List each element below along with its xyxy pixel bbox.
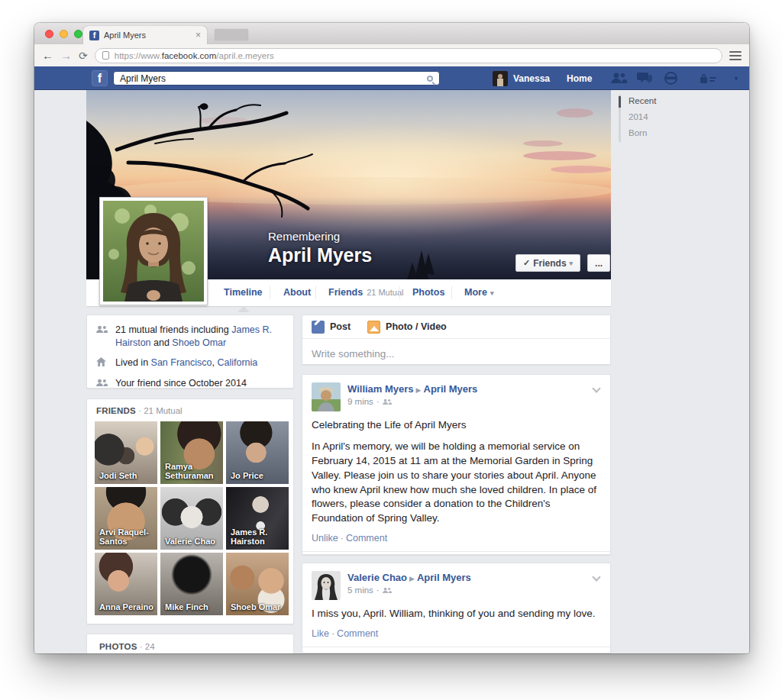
likes-text: William Myers likes this. <box>328 653 430 653</box>
facebook-page: Remembering April Myers ✓ Friends ▾ ... <box>34 90 749 653</box>
city-link[interactable]: San Francisco <box>151 357 212 368</box>
friend-tile[interactable]: Jodi Seth <box>95 421 157 484</box>
friend-tile[interactable]: Mike Finch <box>160 553 223 615</box>
unlike-link[interactable]: Unlike <box>312 533 338 544</box>
post-target-link[interactable]: April Myers <box>417 572 471 583</box>
lived-in-text: Lived in San Francisco, California <box>115 356 257 370</box>
avatar[interactable] <box>493 71 508 86</box>
post-time-text[interactable]: 9 mins <box>347 397 373 406</box>
tab-timeline[interactable]: Timeline <box>224 279 262 306</box>
likes-row: You, Valerie Chao and Devanshi Mehta Bha… <box>302 551 610 555</box>
privacy-shortcuts-icon[interactable] <box>700 73 717 84</box>
avatar[interactable] <box>312 382 341 411</box>
post-actions: Like·Comment <box>302 621 610 647</box>
minimize-window-button[interactable] <box>60 30 68 38</box>
address-bar[interactable]: https://www.facebook.com/april.e.meyers <box>95 48 722 63</box>
separator: · <box>140 642 143 651</box>
friend-tile[interactable]: Valerie Chao <box>160 487 223 550</box>
composer-input[interactable]: Write something... <box>302 339 610 369</box>
tab-about[interactable]: About <box>283 279 311 306</box>
post-byline: William Myers▶April Myers <box>347 382 477 395</box>
profile-name: April Myers <box>268 244 372 266</box>
likes-row: William Myers likes this. <box>302 647 610 653</box>
photos-box: PHOTOS · 24 <box>86 634 294 653</box>
photos-box-header[interactable]: PHOTOS · 24 <box>96 642 284 653</box>
comment-link[interactable]: Comment <box>337 628 378 639</box>
nav-born[interactable]: Born <box>629 128 647 137</box>
account-menu-caret-icon[interactable]: ▾ <box>734 74 738 82</box>
separator: · <box>138 406 141 415</box>
post-target-link[interactable]: April Myers <box>424 383 478 395</box>
friend-tile[interactable]: Arvi Raquel-Santos <box>95 487 157 550</box>
window-controls <box>45 30 82 38</box>
profile-link[interactable]: Vanessa <box>513 73 550 84</box>
mutual-friend-link[interactable]: Shoeb Omar <box>172 337 226 348</box>
post-time-text[interactable]: 5 mins <box>347 585 373 595</box>
dot: · <box>376 397 380 406</box>
photo-icon <box>367 321 380 334</box>
friend-requests-icon[interactable] <box>610 73 627 84</box>
close-tab-icon[interactable]: × <box>196 30 201 40</box>
mutual-friends-row: 21 mutual friends including James R. Hai… <box>96 324 284 350</box>
browser-tab[interactable]: f April Myers × <box>83 26 207 44</box>
friends-box: FRIENDS · 21 Mutual Jodi Seth Ramya Seth… <box>86 398 294 624</box>
nav-2014[interactable]: 2014 <box>629 112 648 121</box>
tab-photos[interactable]: Photos <box>412 279 444 306</box>
reload-button[interactable]: ⟳ <box>79 50 88 61</box>
post-header: William Myers▶April Myers 9 mins· <box>302 375 610 411</box>
tab-friends-badge: 21 Mutual <box>367 288 403 297</box>
nav-recent[interactable]: Recent <box>629 96 656 105</box>
profile-picture[interactable] <box>99 197 208 305</box>
tab-more[interactable]: More▾ <box>464 279 493 306</box>
audience-friends-icon <box>383 587 392 594</box>
back-button[interactable]: ← <box>42 50 53 61</box>
home-link[interactable]: Home <box>567 73 592 84</box>
messages-icon[interactable] <box>636 73 653 84</box>
facebook-logo[interactable]: f <box>92 70 108 86</box>
friends-box-header[interactable]: FRIENDS · 21 Mutual <box>93 406 287 421</box>
friends-button[interactable]: ✓ Friends ▾ <box>515 254 580 272</box>
active-tab-notch <box>238 306 250 312</box>
search-icon[interactable] <box>427 76 433 82</box>
forward-button[interactable]: → <box>60 50 72 61</box>
state-link[interactable]: California <box>217 357 257 368</box>
post-author-link[interactable]: Valerie Chao <box>347 572 407 583</box>
post-author-link[interactable]: William Myers <box>347 383 414 395</box>
comment-link[interactable]: Comment <box>346 533 387 544</box>
browser-tab-bar: f April Myers × <box>34 23 749 44</box>
url-path: /april.e.meyers <box>216 51 273 60</box>
new-tab-button[interactable] <box>215 29 248 40</box>
close-window-button[interactable] <box>45 30 53 38</box>
friend-tile[interactable]: James R. Hairston <box>226 487 289 550</box>
chevron-right-icon: ▶ <box>416 386 422 394</box>
like-link[interactable]: Like <box>312 628 329 639</box>
notifications-globe-icon[interactable] <box>662 72 679 85</box>
liker-link[interactable]: William Myers <box>328 653 388 653</box>
post-william: William Myers▶April Myers 9 mins· Celebr… <box>302 374 611 555</box>
composer-tab-post[interactable]: Post <box>312 321 351 334</box>
avatar[interactable] <box>312 571 341 600</box>
zoom-window-button[interactable] <box>74 30 82 38</box>
more-options-button[interactable]: ... <box>587 254 610 272</box>
cover-buttons: ✓ Friends ▾ ... <box>515 254 610 272</box>
facebook-search-input[interactable]: April Myers <box>113 71 440 85</box>
friend-tile[interactable]: Jo Price <box>226 421 289 484</box>
tab-title: April Myers <box>104 31 191 40</box>
dot: · <box>376 585 380 595</box>
friend-tile[interactable]: Shoeb Omar <box>226 553 289 615</box>
post-actions: Unlike·Comment <box>302 526 610 551</box>
post-menu-chevron-icon[interactable] <box>592 384 600 392</box>
post-valerie: Valerie Chao▶April Myers 5 mins· I miss … <box>302 563 611 653</box>
tab-friends[interactable]: Friends21 Mutual <box>328 279 403 306</box>
like-thumb-icon <box>312 653 323 653</box>
browser-menu-icon[interactable] <box>729 51 742 60</box>
tab-friends-label: Friends <box>328 287 363 298</box>
composer-active-notch <box>328 330 338 334</box>
post-menu-chevron-icon[interactable] <box>592 573 600 581</box>
friends-button-label: Friends <box>533 258 566 269</box>
intro-box: 21 mutual friends including James R. Hai… <box>86 315 294 389</box>
friend-tile[interactable]: Anna Peraino <box>95 553 157 615</box>
tab-about-label: About <box>283 287 311 298</box>
composer-tab-photo-video[interactable]: Photo / Video <box>367 321 447 334</box>
friend-tile[interactable]: Ramya Sethuraman <box>160 421 223 484</box>
